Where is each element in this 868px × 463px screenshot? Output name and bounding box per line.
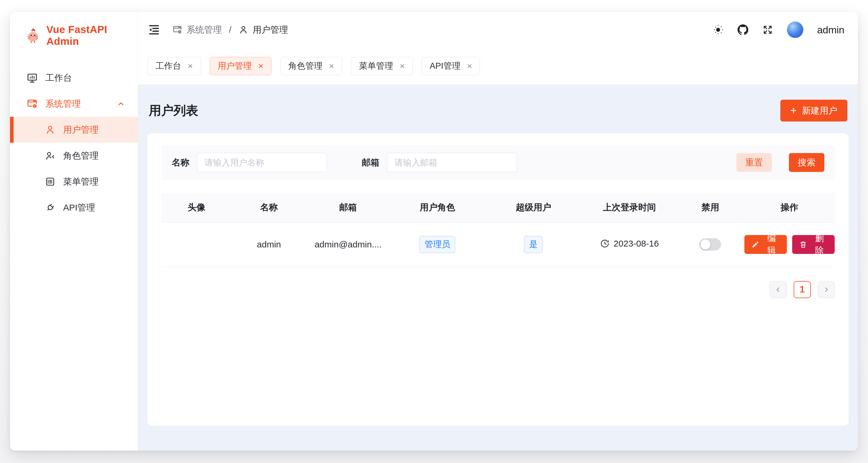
page-header: 用户列表 + 新建用户 (148, 94, 848, 125)
plug-icon (45, 202, 56, 213)
sidebar-item-api[interactable]: API管理 (10, 195, 138, 221)
sidebar-item-label: 菜单管理 (63, 176, 98, 188)
sidebar: Vue FastAPI Admin 工作台 系统管理 (10, 12, 138, 451)
sidebar-item-label: 用户管理 (63, 124, 98, 136)
user-icon (238, 25, 248, 35)
monitor-icon (27, 72, 38, 84)
cell-last-login: 2023-08-16 (582, 222, 677, 267)
reset-button[interactable]: 重置 (736, 153, 772, 172)
cell-name: admin (232, 222, 306, 267)
app-window: Vue FastAPI Admin 工作台 系统管理 (10, 12, 858, 451)
table-row: admin admin@admin.... 管理员 是 (161, 222, 835, 267)
github-icon[interactable] (737, 24, 748, 35)
col-last-login: 上次登录时间 (582, 193, 677, 222)
sidebar-item-workbench[interactable]: 工作台 (10, 65, 138, 91)
col-avatar: 头像 (161, 193, 232, 222)
clock-icon (600, 239, 610, 248)
sidebar-item-system[interactable]: 系统管理 (10, 91, 138, 117)
cell-disabled (677, 222, 744, 267)
tab-api[interactable]: API管理 × (422, 57, 480, 75)
email-filter-label: 邮箱 (362, 157, 379, 169)
delete-button[interactable]: 删除 (792, 235, 835, 254)
sidebar-item-label: API管理 (63, 202, 95, 214)
search-button[interactable]: 搜索 (789, 153, 824, 172)
users-card: 名称 邮箱 重置 搜索 头像 名称 (148, 133, 848, 426)
table-header-row: 头像 名称 邮箱 用户角色 超级用户 上次登录时间 禁用 操作 (161, 193, 835, 222)
sidebar-item-roles[interactable]: 角色管理 (10, 143, 138, 169)
tab-label: 工作台 (155, 60, 181, 72)
name-filter-input[interactable] (197, 153, 327, 172)
edit-button[interactable]: 编辑 (744, 235, 787, 254)
cell-superuser: 是 (485, 222, 582, 267)
cell-email: admin@admin.... (306, 222, 390, 267)
tab-label: 用户管理 (218, 60, 252, 72)
close-icon[interactable]: × (329, 62, 334, 70)
users-table: 头像 名称 邮箱 用户角色 超级用户 上次登录时间 禁用 操作 (161, 193, 835, 267)
chevron-up-icon (117, 99, 125, 108)
chevron-left-icon (774, 286, 782, 294)
sidebar-menu: 工作台 系统管理 用户管 (10, 65, 138, 221)
cell-role: 管理员 (390, 222, 485, 267)
browser-gear-icon (27, 98, 38, 109)
breadcrumb-label: 用户管理 (253, 24, 288, 36)
app-title: Vue FastAPI Admin (46, 24, 138, 47)
next-page-button[interactable] (818, 281, 835, 298)
close-icon[interactable]: × (467, 62, 472, 70)
page-title: 用户列表 (149, 102, 198, 119)
email-filter-input[interactable] (387, 153, 517, 172)
collapse-sidebar-icon[interactable] (148, 23, 160, 36)
col-actions: 操作 (744, 193, 835, 222)
sidebar-item-menus[interactable]: 菜单管理 (10, 169, 138, 195)
browser-gear-icon (172, 25, 182, 35)
trash-icon (799, 240, 807, 249)
topbar: 系统管理 / 用户管理 (138, 12, 858, 48)
tab-label: 角色管理 (288, 60, 322, 72)
role-tag: 管理员 (420, 236, 455, 253)
topbar-actions: admin (713, 22, 844, 38)
breadcrumb-label: 系统管理 (186, 24, 222, 36)
last-login-value: 2023-08-16 (614, 239, 659, 249)
superuser-tag: 是 (524, 236, 542, 253)
close-icon[interactable]: × (258, 62, 264, 70)
col-disabled: 禁用 (677, 193, 744, 222)
close-icon[interactable]: × (400, 62, 405, 70)
app-logo[interactable]: Vue FastAPI Admin (10, 12, 138, 47)
prev-page-button[interactable] (770, 281, 786, 298)
main-column: 系统管理 / 用户管理 (138, 12, 858, 451)
tab-menus[interactable]: 菜单管理 × (351, 57, 413, 75)
chevron-right-icon (822, 286, 831, 294)
plus-icon: + (790, 105, 797, 116)
new-user-button[interactable]: + 新建用户 (780, 100, 847, 122)
close-icon[interactable]: × (188, 62, 193, 70)
tab-label: API管理 (430, 60, 461, 72)
disabled-toggle[interactable] (699, 238, 721, 251)
col-email: 邮箱 (306, 193, 390, 222)
col-name: 名称 (232, 193, 306, 222)
user-avatar[interactable] (787, 22, 803, 38)
breadcrumb-system[interactable]: 系统管理 (172, 24, 222, 36)
tab-users[interactable]: 用户管理 × (210, 57, 272, 75)
cell-avatar (161, 222, 232, 267)
pencil-icon (751, 240, 760, 249)
pagination: 1 (161, 281, 835, 298)
user-icon (45, 125, 56, 135)
fullscreen-icon[interactable] (762, 24, 773, 35)
name-filter-label: 名称 (172, 157, 189, 169)
tabbar: 工作台 × 用户管理 × 角色管理 × 菜单管理 × API管理 × (138, 48, 858, 84)
breadcrumb-separator: / (229, 25, 231, 35)
filter-panel: 名称 邮箱 重置 搜索 (161, 145, 835, 180)
sidebar-item-label: 工作台 (45, 72, 72, 84)
sidebar-item-label: 系统管理 (45, 98, 81, 110)
user-role-icon (45, 151, 56, 161)
tab-workbench[interactable]: 工作台 × (148, 57, 201, 75)
content-area: 用户列表 + 新建用户 名称 邮箱 重置 搜索 (138, 84, 858, 451)
cell-actions: 编辑 删除 (744, 222, 835, 267)
tab-roles[interactable]: 角色管理 × (280, 57, 342, 75)
username[interactable]: admin (817, 24, 844, 36)
theme-sun-icon[interactable] (713, 24, 724, 35)
sidebar-item-label: 角色管理 (63, 150, 98, 162)
breadcrumb-users[interactable]: 用户管理 (238, 24, 288, 36)
sidebar-item-users[interactable]: 用户管理 (10, 117, 138, 143)
chick-logo-icon (25, 27, 41, 44)
page-number-1[interactable]: 1 (794, 281, 811, 298)
